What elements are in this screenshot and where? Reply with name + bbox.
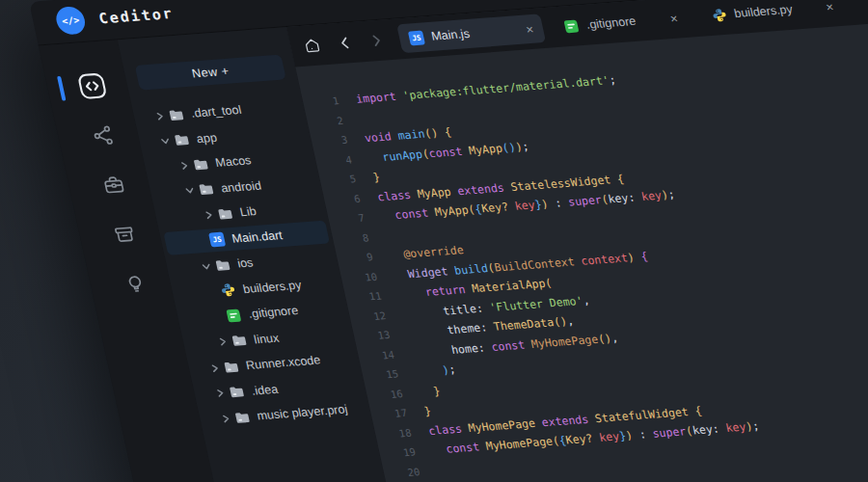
rail-item-explorer[interactable] xyxy=(74,70,109,101)
rail-item-source-control[interactable] xyxy=(89,123,117,147)
folder-icon xyxy=(198,182,215,198)
tree-item-label: .dart_tool xyxy=(190,103,243,120)
app-logo-icon: </> xyxy=(54,6,88,36)
archive-icon xyxy=(113,231,140,250)
tree-item-label: .idea xyxy=(250,383,279,398)
js-file-icon: JS xyxy=(208,232,226,248)
code-area[interactable]: 1import 'package:flutter/material.dart';… xyxy=(295,5,868,482)
line-number: 7 xyxy=(328,212,366,227)
tree-item-label: Lib xyxy=(238,204,258,219)
line-number: 11 xyxy=(344,290,382,305)
folder-icon xyxy=(228,385,245,400)
folder-icon xyxy=(168,107,185,122)
close-tab-icon[interactable]: × xyxy=(658,12,679,25)
code-line-content: } xyxy=(422,404,432,417)
rail-item-packages[interactable] xyxy=(111,223,139,247)
line-number: 13 xyxy=(353,329,391,343)
tab-builders-py[interactable]: builders.py× xyxy=(699,0,846,30)
branch-icon xyxy=(91,133,118,151)
code-line-content: @override xyxy=(389,243,465,262)
folder-icon xyxy=(192,156,209,172)
code-line-content: } xyxy=(419,384,442,398)
folder-icon xyxy=(233,410,251,425)
new-file-button[interactable]: New + xyxy=(135,55,286,91)
tab-label: .gitignore xyxy=(584,14,637,32)
line-number: 6 xyxy=(323,193,361,207)
code-line-content: } xyxy=(371,171,381,184)
briefcase-icon xyxy=(102,182,129,201)
tree-item-label: .gitignore xyxy=(247,304,299,321)
line-number: 19 xyxy=(379,446,417,461)
gitignore-icon xyxy=(562,18,580,34)
line-number: 3 xyxy=(311,134,348,148)
tree-item-label: linux xyxy=(253,331,281,346)
line-number: 1 xyxy=(302,95,339,110)
code-icon xyxy=(78,86,111,104)
tab-label: builders.py xyxy=(733,3,794,20)
active-rail-indicator xyxy=(57,76,67,101)
python-icon xyxy=(220,282,237,298)
tab-label: Main.js xyxy=(430,27,471,43)
tree-item-label: ios xyxy=(236,256,255,271)
line-number: 17 xyxy=(370,407,408,421)
folder-icon xyxy=(223,360,240,375)
gitignore-icon xyxy=(225,308,242,323)
tree-item-label: Runner.xcode xyxy=(245,354,322,373)
lightbulb-icon xyxy=(123,281,150,300)
js-file-icon: JS xyxy=(408,30,425,45)
folder-icon xyxy=(216,206,233,222)
tab-main-js[interactable]: JSMain.js× xyxy=(396,13,546,53)
line-number: 8 xyxy=(332,231,369,246)
nav-back-button[interactable] xyxy=(336,35,354,51)
line-number: 18 xyxy=(374,426,412,441)
folder-icon xyxy=(173,132,190,147)
line-number: 15 xyxy=(362,368,399,383)
app-title: Ceditor xyxy=(97,4,176,27)
editor-pane: JSMain.js×.gitignore×builders.py× 1impor… xyxy=(286,0,868,482)
home-button[interactable] xyxy=(302,37,323,55)
app-window: </> Ceditor New + .dart_toolappMacosandr… xyxy=(29,0,868,482)
line-number: 10 xyxy=(340,271,378,285)
tree-item-label: app xyxy=(195,131,218,146)
close-tab-icon[interactable]: × xyxy=(513,22,534,36)
python-icon xyxy=(711,7,728,22)
line-number: 5 xyxy=(319,173,357,187)
line-number: 20 xyxy=(383,466,420,480)
close-tab-icon[interactable]: × xyxy=(813,0,834,13)
line-number: 16 xyxy=(366,388,403,402)
tree-item-label: Macos xyxy=(214,154,253,171)
line-number: 14 xyxy=(357,348,394,362)
tree-item-label: music player.proj xyxy=(256,403,349,423)
nav-forward-button[interactable] xyxy=(367,33,386,49)
line-number: 4 xyxy=(314,153,352,168)
line-number: 9 xyxy=(336,251,373,265)
tab--gitignore[interactable]: .gitignore× xyxy=(552,3,691,41)
folder-icon xyxy=(214,257,231,273)
tree-item-label: android xyxy=(220,178,263,195)
folder-icon xyxy=(231,333,248,348)
code-line-content: ); xyxy=(415,362,457,379)
tree-item-label: builders.py xyxy=(242,278,303,295)
rail-item-ideas[interactable] xyxy=(122,272,149,296)
rail-item-projects[interactable] xyxy=(99,173,127,197)
line-number: 12 xyxy=(349,309,387,324)
line-number: 2 xyxy=(307,115,344,129)
